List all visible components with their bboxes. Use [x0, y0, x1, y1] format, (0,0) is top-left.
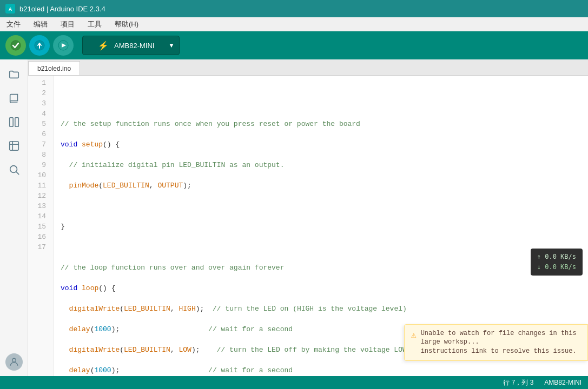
avatar[interactable] [5, 353, 23, 371]
board-manager-icon[interactable] [4, 136, 24, 156]
svg-rect-8 [15, 118, 18, 127]
status-bar: 行 7，列 3 AMB82-MINI [0, 376, 588, 389]
warning-notification: ⚠ Unable to watch for file changes in th… [404, 324, 588, 361]
svg-point-11 [12, 358, 16, 362]
upload-speed: ↑ 0.0 KB/s [537, 252, 576, 262]
warning-message: Unable to watch for file changes in this… [421, 329, 581, 356]
app-icon: A [5, 4, 15, 14]
board-selector[interactable]: ⚡ AMB82-MINI ▼ [82, 36, 180, 55]
menu-item-project[interactable]: 项目 [58, 18, 77, 30]
editor-area: b21oled.ino 1 2 3 4 5 6 7 8 9 10 11 12 1… [28, 59, 588, 376]
svg-text:A: A [9, 6, 12, 12]
menu-bar: 文件 编辑 项目 工具 帮助(H) [0, 17, 588, 31]
board-name: AMB82-MINI [114, 42, 154, 50]
svg-line-10 [16, 172, 19, 175]
chevron-down-icon: ▼ [168, 42, 175, 49]
window-title: b21oled | Arduino IDE 2.3.4 [19, 5, 105, 13]
tab-b21oled[interactable]: b21oled.ino [28, 61, 80, 75]
sidebar [0, 59, 28, 376]
title-bar: A b21oled | Arduino IDE 2.3.4 [0, 0, 588, 17]
svg-point-2 [11, 41, 21, 50]
upload-button[interactable] [29, 35, 50, 56]
menu-item-edit[interactable]: 编辑 [31, 18, 50, 30]
cursor-position: 行 7，列 3 [503, 378, 533, 387]
status-board: AMB82-MINI [544, 379, 582, 386]
debug-button[interactable] [53, 35, 74, 56]
network-tooltip: ↑ 0.0 KB/s ↓ 0.0 KB/s [531, 249, 583, 276]
usb-icon: ⚡ [98, 41, 109, 51]
library-icon[interactable] [4, 112, 24, 132]
line-numbers: 1 2 3 4 5 6 7 8 9 10 11 12 13 14 15 16 1… [28, 76, 54, 376]
folder-icon[interactable] [4, 65, 24, 84]
tab-bar: b21oled.ino [28, 59, 588, 76]
code-container[interactable]: 1 2 3 4 5 6 7 8 9 10 11 12 13 14 15 16 1… [28, 76, 588, 376]
search-icon[interactable] [4, 160, 24, 179]
verify-button[interactable] [5, 35, 26, 56]
warning-icon: ⚠ [411, 330, 417, 340]
book-icon[interactable] [4, 89, 24, 108]
svg-point-9 [10, 166, 17, 173]
menu-item-file[interactable]: 文件 [4, 18, 23, 30]
svg-rect-7 [9, 118, 12, 127]
menu-item-help[interactable]: 帮助(H) [113, 18, 141, 30]
download-speed: ↓ 0.0 KB/s [537, 262, 576, 272]
menu-item-tools[interactable]: 工具 [85, 18, 104, 30]
toolbar: ⚡ AMB82-MINI ▼ [0, 31, 588, 59]
